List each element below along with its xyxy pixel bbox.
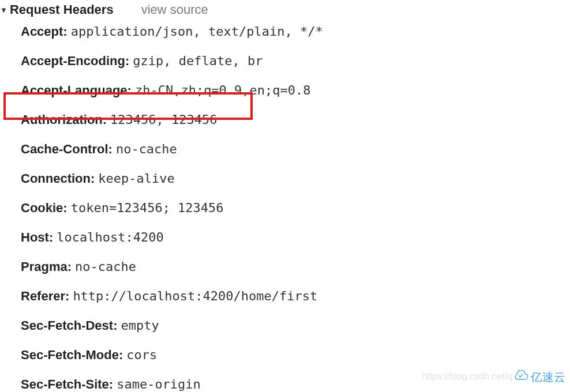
header-name: Accept-Encoding: <box>21 54 129 68</box>
header-value: token=123456; 123456 <box>71 201 224 215</box>
header-row-host: Host:localhost:4200 <box>21 228 570 247</box>
watermark-logo: 亿速云 <box>512 370 565 385</box>
view-source-link[interactable]: view source <box>141 2 208 17</box>
header-name: Accept: <box>21 24 68 39</box>
header-row-accept-language: Accept-Language:zh-CN,zh;q=0.9,en;q=0.8 <box>21 81 570 100</box>
header-row-connection: Connection:keep-alive <box>21 169 570 188</box>
header-value: http://localhost:4200/home/first <box>73 289 317 303</box>
header-row-pragma: Pragma:no-cache <box>21 257 570 276</box>
header-row-cookie: Cookie:token=123456; 123456 <box>21 198 570 217</box>
header-row-accept: Accept:application/json, text/plain, */* <box>21 22 570 41</box>
header-row-referer: Referer:http://localhost:4200/home/first <box>21 287 570 306</box>
header-name: Sec-Fetch-Mode: <box>21 348 123 362</box>
header-name: Cookie: <box>21 201 68 215</box>
watermark-brand: 亿速云 <box>531 370 565 385</box>
header-value: no-cache <box>75 259 136 274</box>
headers-list: Accept:application/json, text/plain, */*… <box>0 22 570 392</box>
section-title: Request Headers <box>10 2 114 17</box>
header-row-sec-fetch-mode: Sec-Fetch-Mode:cors <box>21 345 570 364</box>
header-name: Authorization: <box>21 112 107 127</box>
cloud-icon <box>512 370 528 385</box>
header-value: same-origin <box>117 377 201 391</box>
header-name: Host: <box>21 230 53 244</box>
header-value: application/json, text/plain, */* <box>71 24 323 39</box>
header-name: Sec-Fetch-Dest: <box>21 318 117 333</box>
header-value: no-cache <box>116 142 177 156</box>
header-value: cors <box>126 348 157 362</box>
header-name: Referer: <box>21 289 69 303</box>
header-value: gzip, deflate, br <box>133 54 262 68</box>
header-value: empty <box>121 318 159 333</box>
header-value: keep-alive <box>98 171 174 186</box>
header-row-sec-fetch-dest: Sec-Fetch-Dest:empty <box>21 316 570 335</box>
header-name: Accept-Language: <box>21 83 132 97</box>
header-row-accept-encoding: Accept-Encoding:gzip, deflate, br <box>21 51 570 70</box>
request-headers-section-header: ▼ Request Headers view source <box>0 0 570 22</box>
header-value: zh-CN,zh;q=0.9,en;q=0.8 <box>135 83 311 97</box>
watermark-url: https://blog.csdn.net/q <box>422 371 512 382</box>
disclosure-triangle-icon[interactable]: ▼ <box>0 6 7 14</box>
header-value: 123456; 123456 <box>110 112 217 127</box>
header-name: Sec-Fetch-Site: <box>21 377 113 391</box>
header-name: Cache-Control: <box>21 142 112 156</box>
header-name: Pragma: <box>21 259 72 274</box>
header-value: localhost:4200 <box>57 230 163 244</box>
header-row-authorization: Authorization:123456; 123456 <box>21 110 570 129</box>
header-name: Connection: <box>21 171 95 186</box>
header-row-cache-control: Cache-Control:no-cache <box>21 140 570 159</box>
